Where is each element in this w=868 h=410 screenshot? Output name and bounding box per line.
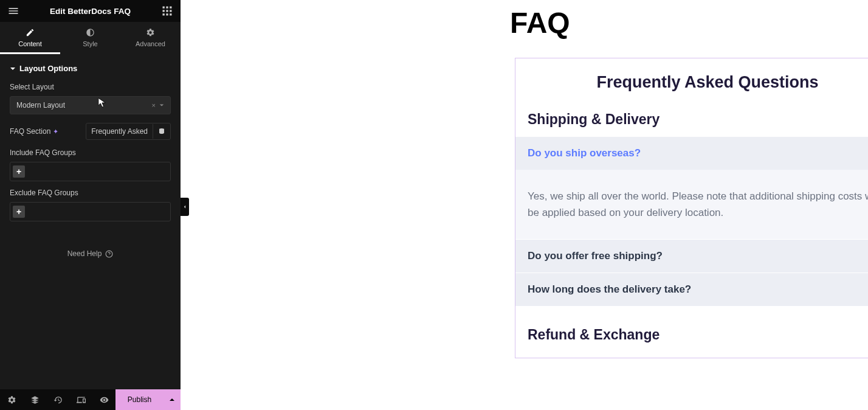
grid-icon [161,5,173,17]
add-tag-button[interactable]: + [13,165,25,178]
layers-icon [30,395,40,405]
select-layout-label: Select Layout [10,83,171,91]
svg-rect-7 [166,13,168,15]
navigator-button[interactable] [23,389,46,410]
need-help-label: Need Help [67,249,102,258]
gear-icon [7,395,16,405]
exclude-groups-input[interactable]: + [10,202,171,221]
hamburger-icon [7,5,19,17]
faq-section-label: FAQ Section [10,127,50,136]
settings-button[interactable] [0,389,23,410]
devices-icon [77,395,86,405]
dynamic-tags-button[interactable] [153,124,170,139]
faq-question-text: Do you offer free shipping? [528,250,663,262]
faq-question-header[interactable]: Do you offer free shipping? [515,239,868,273]
grid-button[interactable] [161,5,173,17]
faq-group-title: Shipping & Delivery [515,103,868,136]
sidebar-title: Edit BetterDocs FAQ [19,7,161,16]
tab-style[interactable]: Style [60,22,120,54]
preview-button[interactable] [92,389,115,410]
tab-content[interactable]: Content [0,22,60,54]
history-button[interactable] [46,389,69,410]
faq-section-input[interactable]: Frequently Asked [86,123,171,140]
chevron-left-icon [183,204,187,210]
svg-rect-4 [166,10,168,12]
sidebar-footer: Publish [0,389,181,410]
svg-rect-2 [170,7,171,9]
svg-rect-0 [163,7,165,9]
collapse-sidebar-handle[interactable] [181,198,189,216]
faq-widget[interactable]: Frequently Asked Questions Shipping & De… [515,58,868,358]
add-tag-button[interactable]: + [13,206,25,218]
faq-item: Do you ship overseas? Yes, we ship all o… [515,136,868,239]
select-value: Modern Layout [16,101,65,109]
faq-item: Do you offer free shipping? [515,239,868,273]
svg-rect-3 [163,10,165,12]
svg-rect-8 [170,13,171,15]
control-include-groups: Include FAQ Groups + [0,145,181,185]
page-title: FAQ [181,0,868,40]
faq-group-title: Refund & Exchange [515,306,868,352]
exclude-groups-label: Exclude FAQ Groups [10,189,171,197]
control-select-layout: Select Layout Modern Layout × [0,79,181,118]
publish-button[interactable]: Publish [115,389,164,410]
history-icon [53,395,63,405]
chevron-down-icon [159,103,164,108]
responsive-button[interactable] [69,389,92,410]
svg-rect-5 [170,10,171,12]
editor-sidebar: Edit BetterDocs FAQ Content Style Advanc… [0,0,181,410]
database-icon [158,128,165,135]
tab-advanced[interactable]: Advanced [120,22,181,54]
faq-question-text: Do you ship overseas? [528,147,641,159]
svg-rect-6 [163,13,165,15]
svg-rect-1 [166,7,168,9]
ai-sparkle-icon[interactable]: ✦ [53,128,58,136]
contrast-icon [86,28,95,37]
sidebar-tabs: Content Style Advanced [0,22,181,54]
tab-label: Content [18,40,42,47]
need-help-link[interactable]: Need Help [0,225,181,264]
faq-question-header[interactable]: Do you ship overseas? [515,136,868,170]
tab-label: Advanced [136,40,165,47]
gear-icon [146,28,155,37]
section-layout-options[interactable]: Layout Options [0,54,181,79]
faq-question-header[interactable]: How long does the delivery take? [515,273,868,306]
faq-question-text: How long does the delivery take? [528,283,691,296]
faq-answer: Yes, we ship all over the world. Please … [515,170,868,239]
sidebar-header: Edit BetterDocs FAQ [0,0,181,22]
menu-button[interactable] [7,5,19,17]
caret-down-icon [10,66,16,72]
faq-section-value: Frequently Asked [86,123,153,139]
faq-item: How long does the delivery take? [515,273,868,306]
control-faq-section: FAQ Section ✦ Frequently Asked [0,118,181,145]
section-title: Layout Options [19,64,77,73]
panel-content: Layout Options Select Layout Modern Layo… [0,54,181,264]
help-icon [105,250,113,258]
editor-canvas: FAQ Frequently Asked Questions Shipping … [181,0,868,410]
clear-icon[interactable]: × [152,102,156,109]
include-groups-input[interactable]: + [10,162,171,181]
pencil-icon [26,28,35,37]
tab-label: Style [83,40,97,47]
select-layout-dropdown[interactable]: Modern Layout × [10,96,171,114]
control-exclude-groups: Exclude FAQ Groups + [0,185,181,225]
include-groups-label: Include FAQ Groups [10,148,171,157]
chevron-up-icon [169,397,175,403]
faq-widget-title: Frequently Asked Questions [515,58,868,103]
eye-icon [100,395,109,405]
publish-options-button[interactable] [164,389,181,410]
